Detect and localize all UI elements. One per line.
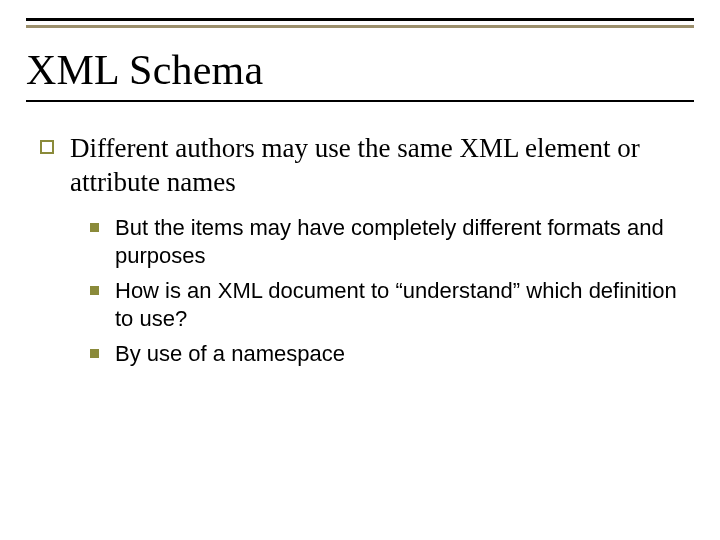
list-item-text: Different authors may use the same XML e… [70, 132, 694, 200]
slide-body: Different authors may use the same XML e… [26, 132, 694, 368]
top-rule-shadow [26, 25, 694, 28]
bullet-list-level1: Different authors may use the same XML e… [40, 132, 694, 200]
list-item: But the items may have completely differ… [90, 214, 694, 271]
list-item-text: But the items may have completely differ… [115, 214, 694, 271]
list-item: By use of a namespace [90, 340, 694, 369]
list-item-text: By use of a namespace [115, 340, 345, 369]
list-item: How is an XML document to “understand” w… [90, 277, 694, 334]
title-underline [26, 100, 694, 102]
list-item: Different authors may use the same XML e… [40, 132, 694, 200]
hollow-square-bullet-icon [40, 140, 54, 154]
top-rule [26, 18, 694, 21]
solid-square-bullet-icon [90, 223, 99, 232]
solid-square-bullet-icon [90, 286, 99, 295]
solid-square-bullet-icon [90, 349, 99, 358]
bullet-list-level2: But the items may have completely differ… [40, 214, 694, 369]
slide-title: XML Schema [26, 46, 694, 94]
slide: XML Schema Different authors may use the… [0, 0, 720, 540]
list-item-text: How is an XML document to “understand” w… [115, 277, 694, 334]
